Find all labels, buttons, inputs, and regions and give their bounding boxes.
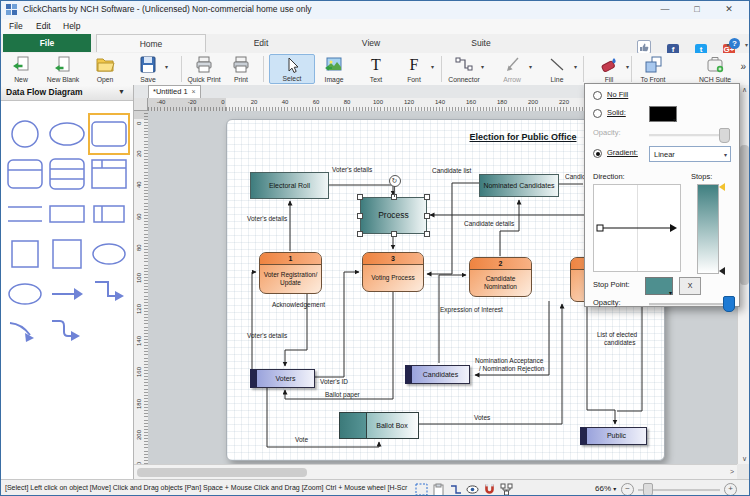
document-tab[interactable]: *Untitled 1× <box>148 85 201 99</box>
shape-rounded-rect-divided2[interactable] <box>47 154 87 194</box>
scroll-down-icon[interactable]: ∨ <box>742 455 747 463</box>
edge-label[interactable]: Votes <box>474 414 490 421</box>
edge-label[interactable]: Voter's details <box>332 166 372 173</box>
edge-label[interactable]: Voter's details <box>247 332 287 339</box>
shape-square[interactable] <box>5 234 45 274</box>
voters-node[interactable]: Voters <box>250 369 315 388</box>
nominated-candidates-node[interactable]: Nominated Candidates <box>479 174 559 197</box>
edge-label[interactable]: / Nomination Rejection <box>479 365 544 372</box>
shape-ellipse2[interactable] <box>5 274 45 314</box>
selection-icon[interactable] <box>415 482 429 496</box>
tab-file[interactable]: File <box>3 34 91 52</box>
shape-ellipse-small[interactable] <box>89 234 129 274</box>
toolbar-button-to-front[interactable]: To Front <box>630 54 676 84</box>
no-fill-label[interactable]: No Fill <box>607 90 628 99</box>
layout-icon[interactable] <box>500 482 514 496</box>
stop-marker-bottom[interactable] <box>719 267 725 275</box>
shape-square2[interactable] <box>47 234 87 274</box>
eye-icon[interactable] <box>466 482 480 496</box>
shape-s-elbow-arrow[interactable] <box>47 314 87 354</box>
chevron-down-icon[interactable]: ▾ <box>529 63 532 70</box>
tab-close-icon[interactable]: × <box>192 88 196 95</box>
minimize-button[interactable]: — <box>651 1 679 18</box>
candidates-node[interactable]: Candidates <box>405 365 470 384</box>
voting-process-node[interactable]: 3Voting Process <box>362 252 424 292</box>
menu-edit[interactable]: Edit <box>36 21 51 31</box>
edge-label[interactable]: Candidate list <box>432 167 471 174</box>
chevron-down-icon[interactable]: ▾ <box>626 63 629 70</box>
scroll-up-icon[interactable]: ∧ <box>742 86 747 94</box>
selection-handle[interactable] <box>424 194 430 200</box>
toolbar-button-print[interactable]: Print <box>218 54 264 84</box>
rotate-handle-icon[interactable]: ↻ <box>389 175 401 187</box>
shape-elbow-arrow[interactable] <box>89 274 129 314</box>
shape-rect-small[interactable] <box>47 194 87 234</box>
edge-label[interactable]: Voter's details <box>247 215 287 222</box>
shape-h-lines[interactable] <box>5 194 45 234</box>
selection-handle[interactable] <box>357 194 363 200</box>
shape-rect-divided[interactable] <box>89 194 129 234</box>
selection-handle[interactable] <box>357 213 363 219</box>
shape-ellipse[interactable] <box>47 114 87 154</box>
toolbar-button-font[interactable]: FFont▾ <box>391 54 437 84</box>
stop-opacity-slider[interactable] <box>649 303 733 306</box>
shape-circle[interactable] <box>5 114 45 154</box>
connector-small-icon[interactable] <box>449 482 463 496</box>
gradient-label[interactable]: Gradient: <box>607 148 638 157</box>
magnet-icon[interactable] <box>483 482 497 496</box>
close-button[interactable]: ✕ <box>715 1 743 18</box>
help-caret[interactable]: ▾ <box>745 41 748 48</box>
maximize-button[interactable]: □ <box>683 1 711 18</box>
tab-home[interactable]: Home <box>96 34 206 52</box>
toolbar-button-nch-suite[interactable]: NCH Suite <box>692 54 738 84</box>
selection-handle[interactable] <box>424 213 430 219</box>
menu-file[interactable]: File <box>9 21 23 31</box>
toolbar-overflow-button[interactable]: » <box>740 61 746 72</box>
gradient-stops-bar[interactable] <box>697 184 719 274</box>
toolbar-button-save[interactable]: Save▾ <box>125 54 171 84</box>
scroll-right-icon[interactable]: > <box>730 468 734 475</box>
edge-label[interactable]: Voter's ID <box>320 378 348 385</box>
vertical-scroll-thumb[interactable] <box>740 145 749 285</box>
edge-label[interactable]: Ballot paper <box>325 391 360 398</box>
horizontal-scrollbar[interactable]: > <box>134 464 737 479</box>
gradient-radio[interactable] <box>593 149 602 158</box>
toolbar-button-line[interactable]: Line▾ <box>534 54 580 84</box>
edge-label[interactable]: candidates <box>604 339 635 346</box>
stop-color-swatch[interactable]: ▾ <box>645 277 673 295</box>
stop-opacity-handle[interactable] <box>723 296 735 312</box>
menu-help[interactable]: Help <box>63 21 80 31</box>
selection-handle[interactable] <box>357 231 363 237</box>
candidate-nomination-node[interactable]: 2Candidate Nomination <box>469 257 532 297</box>
electoral-roll-node[interactable]: Electoral Roll <box>250 172 329 199</box>
paste-icon[interactable] <box>432 482 446 496</box>
shape-rounded-rect[interactable] <box>89 114 129 154</box>
gradient-direction-box[interactable] <box>593 184 681 272</box>
zoom-out-button[interactable]: − <box>621 483 634 496</box>
solid-radio[interactable] <box>593 109 602 118</box>
solid-label[interactable]: Solid: <box>607 108 626 117</box>
like-icon[interactable] <box>637 40 651 54</box>
stop-marker-top[interactable] <box>719 183 725 191</box>
horizontal-scroll-thumb[interactable] <box>137 468 307 477</box>
help-icon[interactable]: ? <box>729 38 740 49</box>
no-fill-radio[interactable] <box>593 91 602 100</box>
edge-label[interactable]: Nomination Acceptance <box>475 357 543 364</box>
ballot-box-node[interactable]: Ballot Box <box>339 412 419 439</box>
palette-header-dropdown[interactable]: Data Flow Diagram ▼ <box>1 85 133 101</box>
zoom-in-button[interactable]: + <box>724 483 737 496</box>
zoom-slider-handle[interactable] <box>643 483 653 496</box>
edge-label[interactable]: List of elected <box>597 331 637 338</box>
selection-handle[interactable] <box>391 231 397 237</box>
voter-registration-update-node[interactable]: 1Voter Registration/ Update <box>259 252 322 294</box>
gradient-type-select[interactable]: Linear ▾ <box>649 146 731 162</box>
solid-color-swatch[interactable]: ▾ <box>649 106 677 122</box>
shape-arrow-right[interactable] <box>47 274 87 314</box>
shape-rect-header[interactable] <box>89 154 129 194</box>
public-node[interactable]: Public <box>580 427 647 445</box>
chevron-down-icon[interactable]: ▾ <box>431 63 434 70</box>
zoom-level[interactable]: 66% ▾ <box>595 484 616 493</box>
edge-label[interactable]: Expression of Interest <box>440 306 503 313</box>
process-node[interactable]: Process <box>360 197 427 234</box>
shape-rounded-rect-divided[interactable] <box>5 154 45 194</box>
